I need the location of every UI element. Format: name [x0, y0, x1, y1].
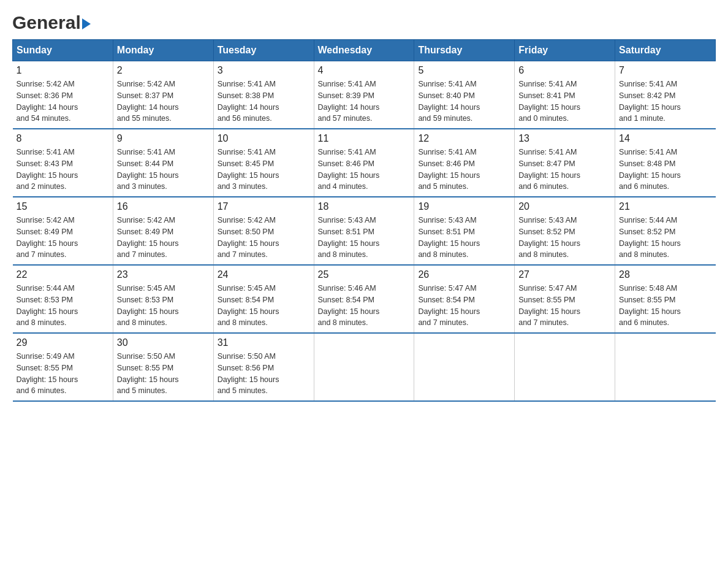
day-number: 21	[619, 201, 711, 212]
day-number: 22	[17, 269, 109, 280]
calendar-cell: 7Sunrise: 5:41 AMSunset: 8:42 PMDaylight…	[615, 61, 716, 129]
day-number: 14	[619, 133, 711, 144]
day-info: Sunrise: 5:42 AMSunset: 8:37 PMDaylight:…	[117, 79, 210, 124]
day-number: 6	[518, 65, 611, 76]
calendar-cell: 27Sunrise: 5:47 AMSunset: 8:55 PMDayligh…	[515, 265, 615, 333]
calendar-cell: 22Sunrise: 5:44 AMSunset: 8:53 PMDayligh…	[13, 265, 113, 333]
calendar-cell: 6Sunrise: 5:41 AMSunset: 8:41 PMDaylight…	[515, 61, 615, 129]
calendar-cell: 26Sunrise: 5:47 AMSunset: 8:54 PMDayligh…	[414, 265, 515, 333]
day-info: Sunrise: 5:41 AMSunset: 8:42 PMDaylight:…	[619, 79, 711, 124]
day-number: 7	[619, 65, 711, 76]
calendar-cell: 23Sunrise: 5:45 AMSunset: 8:53 PMDayligh…	[113, 265, 213, 333]
page-header: General	[12, 12, 716, 33]
calendar-cell: 8Sunrise: 5:41 AMSunset: 8:43 PMDaylight…	[13, 129, 113, 197]
calendar-cell: 24Sunrise: 5:45 AMSunset: 8:54 PMDayligh…	[213, 265, 314, 333]
calendar-cell: 31Sunrise: 5:50 AMSunset: 8:56 PMDayligh…	[213, 333, 314, 401]
day-info: Sunrise: 5:41 AMSunset: 8:45 PMDaylight:…	[218, 147, 310, 193]
calendar-cell: 14Sunrise: 5:41 AMSunset: 8:48 PMDayligh…	[615, 129, 716, 197]
calendar-cell: 5Sunrise: 5:41 AMSunset: 8:40 PMDaylight…	[414, 61, 515, 129]
calendar-cell: 29Sunrise: 5:49 AMSunset: 8:55 PMDayligh…	[13, 333, 113, 401]
day-number: 3	[218, 65, 310, 76]
day-info: Sunrise: 5:50 AMSunset: 8:55 PMDaylight:…	[117, 351, 210, 397]
calendar-table: SundayMondayTuesdayWednesdayThursdayFrid…	[12, 39, 716, 402]
day-info: Sunrise: 5:50 AMSunset: 8:56 PMDaylight:…	[218, 351, 310, 397]
day-info: Sunrise: 5:42 AMSunset: 8:49 PMDaylight:…	[117, 215, 210, 261]
day-info: Sunrise: 5:46 AMSunset: 8:54 PMDaylight:…	[318, 283, 411, 329]
day-number: 31	[218, 337, 310, 348]
week-row-1: 1Sunrise: 5:42 AMSunset: 8:36 PMDaylight…	[13, 61, 716, 129]
calendar-cell: 3Sunrise: 5:41 AMSunset: 8:38 PMDaylight…	[213, 61, 314, 129]
day-info: Sunrise: 5:43 AMSunset: 8:52 PMDaylight:…	[518, 215, 611, 261]
day-number: 25	[318, 269, 411, 280]
calendar-cell: 20Sunrise: 5:43 AMSunset: 8:52 PMDayligh…	[515, 197, 615, 265]
day-info: Sunrise: 5:41 AMSunset: 8:48 PMDaylight:…	[619, 147, 711, 193]
day-info: Sunrise: 5:43 AMSunset: 8:51 PMDaylight:…	[418, 215, 510, 261]
calendar-cell: 16Sunrise: 5:42 AMSunset: 8:49 PMDayligh…	[113, 197, 213, 265]
calendar-cell: 4Sunrise: 5:41 AMSunset: 8:39 PMDaylight…	[314, 61, 414, 129]
day-number: 26	[418, 269, 510, 280]
day-info: Sunrise: 5:44 AMSunset: 8:53 PMDaylight:…	[17, 283, 109, 329]
day-info: Sunrise: 5:41 AMSunset: 8:39 PMDaylight:…	[318, 79, 411, 124]
calendar-cell: 13Sunrise: 5:41 AMSunset: 8:47 PMDayligh…	[515, 129, 615, 197]
day-number: 10	[218, 133, 310, 144]
calendar-cell: 28Sunrise: 5:48 AMSunset: 8:55 PMDayligh…	[615, 265, 716, 333]
weekday-header-thursday: Thursday	[414, 40, 515, 61]
calendar-cell: 9Sunrise: 5:41 AMSunset: 8:44 PMDaylight…	[113, 129, 213, 197]
day-info: Sunrise: 5:41 AMSunset: 8:40 PMDaylight:…	[418, 79, 510, 124]
day-info: Sunrise: 5:42 AMSunset: 8:50 PMDaylight:…	[218, 215, 310, 261]
day-info: Sunrise: 5:43 AMSunset: 8:51 PMDaylight:…	[318, 215, 411, 261]
day-number: 18	[318, 201, 411, 212]
calendar-cell: 11Sunrise: 5:41 AMSunset: 8:46 PMDayligh…	[314, 129, 414, 197]
calendar-cell: 2Sunrise: 5:42 AMSunset: 8:37 PMDaylight…	[113, 61, 213, 129]
weekday-header-row: SundayMondayTuesdayWednesdayThursdayFrid…	[13, 40, 716, 61]
day-number: 28	[619, 269, 711, 280]
calendar-cell	[615, 333, 716, 401]
calendar-cell: 15Sunrise: 5:42 AMSunset: 8:49 PMDayligh…	[13, 197, 113, 265]
week-row-4: 22Sunrise: 5:44 AMSunset: 8:53 PMDayligh…	[13, 265, 716, 333]
day-info: Sunrise: 5:47 AMSunset: 8:55 PMDaylight:…	[518, 283, 611, 329]
day-number: 5	[418, 65, 510, 76]
day-info: Sunrise: 5:41 AMSunset: 8:44 PMDaylight:…	[117, 147, 210, 193]
weekday-header-monday: Monday	[113, 40, 213, 61]
day-number: 27	[518, 269, 611, 280]
week-row-3: 15Sunrise: 5:42 AMSunset: 8:49 PMDayligh…	[13, 197, 716, 265]
day-info: Sunrise: 5:41 AMSunset: 8:46 PMDaylight:…	[318, 147, 411, 193]
calendar-cell: 21Sunrise: 5:44 AMSunset: 8:52 PMDayligh…	[615, 197, 716, 265]
day-number: 12	[418, 133, 510, 144]
calendar-cell: 10Sunrise: 5:41 AMSunset: 8:45 PMDayligh…	[213, 129, 314, 197]
calendar-cell: 19Sunrise: 5:43 AMSunset: 8:51 PMDayligh…	[414, 197, 515, 265]
day-number: 24	[218, 269, 310, 280]
week-row-2: 8Sunrise: 5:41 AMSunset: 8:43 PMDaylight…	[13, 129, 716, 197]
day-info: Sunrise: 5:41 AMSunset: 8:46 PMDaylight:…	[418, 147, 510, 193]
day-info: Sunrise: 5:41 AMSunset: 8:43 PMDaylight:…	[17, 147, 109, 193]
day-number: 16	[117, 201, 210, 212]
calendar-cell: 1Sunrise: 5:42 AMSunset: 8:36 PMDaylight…	[13, 61, 113, 129]
weekday-header-friday: Friday	[515, 40, 615, 61]
day-number: 29	[17, 337, 109, 348]
day-info: Sunrise: 5:45 AMSunset: 8:54 PMDaylight:…	[218, 283, 310, 329]
logo-general: General	[12, 12, 91, 33]
day-info: Sunrise: 5:44 AMSunset: 8:52 PMDaylight:…	[619, 215, 711, 261]
day-info: Sunrise: 5:42 AMSunset: 8:36 PMDaylight:…	[17, 79, 109, 124]
day-number: 8	[17, 133, 109, 144]
calendar-cell	[414, 333, 515, 401]
calendar-cell: 17Sunrise: 5:42 AMSunset: 8:50 PMDayligh…	[213, 197, 314, 265]
calendar-cell: 25Sunrise: 5:46 AMSunset: 8:54 PMDayligh…	[314, 265, 414, 333]
day-info: Sunrise: 5:41 AMSunset: 8:38 PMDaylight:…	[218, 79, 310, 124]
day-number: 30	[117, 337, 210, 348]
calendar-cell: 30Sunrise: 5:50 AMSunset: 8:55 PMDayligh…	[113, 333, 213, 401]
day-number: 20	[518, 201, 611, 212]
day-info: Sunrise: 5:49 AMSunset: 8:55 PMDaylight:…	[17, 351, 109, 397]
day-number: 13	[518, 133, 611, 144]
day-number: 23	[117, 269, 210, 280]
day-number: 19	[418, 201, 510, 212]
day-info: Sunrise: 5:45 AMSunset: 8:53 PMDaylight:…	[117, 283, 210, 329]
day-number: 1	[17, 65, 109, 76]
day-info: Sunrise: 5:42 AMSunset: 8:49 PMDaylight:…	[17, 215, 109, 261]
day-info: Sunrise: 5:41 AMSunset: 8:47 PMDaylight:…	[518, 147, 611, 193]
day-info: Sunrise: 5:47 AMSunset: 8:54 PMDaylight:…	[418, 283, 510, 329]
calendar-cell: 12Sunrise: 5:41 AMSunset: 8:46 PMDayligh…	[414, 129, 515, 197]
logo: General	[12, 12, 91, 33]
weekday-header-wednesday: Wednesday	[314, 40, 414, 61]
weekday-header-sunday: Sunday	[13, 40, 113, 61]
